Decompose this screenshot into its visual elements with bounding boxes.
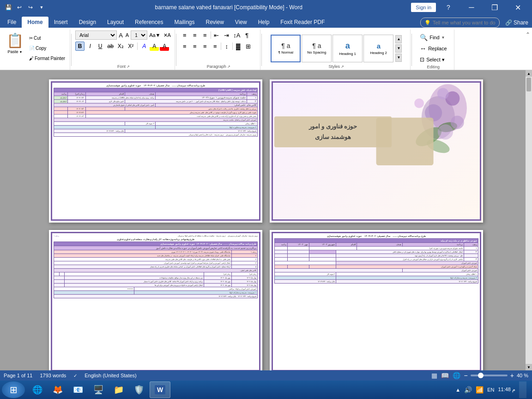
sort-button[interactable]: ↕A (232, 30, 242, 40)
taskbar-app-browser1[interactable]: 🌐 (28, 381, 47, 398)
styles-scroll-up[interactable]: ▲ (395, 35, 402, 43)
font-size-select[interactable]: 11 (131, 30, 147, 40)
close-button[interactable]: ✕ (507, 0, 528, 15)
paste-button[interactable]: 📋 (3, 31, 27, 49)
taskbar-app-security[interactable]: 🛡️ (129, 381, 149, 398)
superscript-button[interactable]: X² (126, 42, 135, 51)
font-expand-icon[interactable]: ↗ (127, 65, 130, 69)
ribbon-collapse-button[interactable]: ⌃ (524, 30, 532, 70)
shading-button[interactable]: ▓ (234, 42, 243, 51)
style-no-spacing[interactable]: ¶ a No Spacing (302, 35, 332, 62)
tab-references[interactable]: References (129, 17, 169, 28)
scroll-thumb[interactable] (526, 78, 531, 91)
read-mode-button[interactable]: 📖 (441, 372, 449, 379)
scroll-track[interactable] (526, 77, 532, 364)
style-heading2[interactable]: a Heading 2 (363, 35, 393, 62)
tab-foxit[interactable]: Foxit Reader PDF (275, 17, 330, 28)
tray-network-icon[interactable]: 🔊 (464, 386, 472, 393)
strikethrough-button[interactable]: ab (106, 42, 115, 51)
line-spacing-button[interactable]: ↕ (222, 42, 231, 51)
increase-indent-button[interactable]: ⇥ (222, 30, 231, 40)
web-layout-button[interactable]: 🌐 (453, 372, 460, 379)
taskbar-app-firefox[interactable]: 🦊 (48, 381, 67, 398)
taskbar-app-computer[interactable]: 🖥️ (89, 381, 108, 398)
scroll-down-arrow[interactable]: ▼ (526, 364, 532, 370)
tell-me-input[interactable]: 💡 Tell me what you want to do (420, 18, 500, 28)
taskbar-app-files[interactable]: 📁 (109, 381, 128, 398)
styles-expand-icon2[interactable]: ↗ (341, 65, 344, 69)
clear-formatting-icon[interactable]: ✕A (163, 32, 172, 38)
paragraph-expand-icon[interactable]: ↗ (227, 65, 230, 69)
italic-button[interactable]: I (85, 42, 95, 51)
window-help-icon[interactable]: ? (438, 0, 459, 15)
zoom-in-button[interactable]: + (510, 372, 514, 379)
tab-view[interactable]: View (230, 17, 253, 28)
zoom-thumb[interactable] (478, 373, 484, 378)
show-desktop-button[interactable] (519, 381, 526, 398)
undo-icon[interactable]: ↩ (15, 3, 24, 12)
styles-expand-icon[interactable]: ▼ (395, 54, 402, 62)
style-normal[interactable]: ¶ a ¶ Normal (271, 35, 301, 62)
borders-button[interactable]: ⊞ (244, 42, 253, 51)
print-layout-view-button[interactable]: ▦ (431, 372, 437, 379)
tab-design[interactable]: Design (73, 17, 102, 28)
underline-button[interactable]: U (96, 42, 105, 51)
clock-display[interactable]: 11:48 م (498, 386, 515, 393)
tab-layout[interactable]: Layout (102, 17, 129, 28)
decrease-indent-button[interactable]: ⇤ (212, 30, 221, 40)
tab-review[interactable]: Review (200, 17, 229, 28)
tab-mailings[interactable]: Mailings (169, 17, 200, 28)
redo-icon[interactable]: ↪ (26, 3, 35, 12)
zoom-slider[interactable] (471, 375, 508, 376)
subscript-button[interactable]: X₂ (116, 42, 125, 51)
font-name-select[interactable]: Arial (75, 30, 117, 40)
share-button[interactable]: 🔗 Share (505, 19, 528, 26)
page-indicator[interactable]: Page 1 of 11 (4, 373, 32, 378)
tab-home[interactable]: Home (22, 17, 48, 28)
language-indicator-tray[interactable]: EN (487, 387, 494, 393)
paste-label[interactable]: Paste ▼ (8, 49, 23, 54)
format-painter-button[interactable]: 🖌 Format Painter (27, 54, 67, 63)
save-icon[interactable]: 💾 (4, 3, 13, 12)
start-button[interactable]: ⊞ (2, 381, 25, 398)
tab-file[interactable]: File (2, 17, 22, 28)
align-center-button[interactable]: ≡ (190, 42, 200, 51)
multilevel-button[interactable]: ≡ (200, 30, 210, 40)
zoom-out-button[interactable]: − (464, 372, 468, 379)
bold-button[interactable]: B (75, 42, 85, 51)
select-button[interactable]: ⊡ Select ▾ (417, 54, 449, 65)
tray-sound-icon[interactable]: 📶 (476, 386, 484, 393)
scrollbar-vertical[interactable]: ▲ ▼ (526, 70, 532, 370)
cut-button[interactable]: ✂ Cut (27, 33, 67, 42)
justify-button[interactable]: ≡ (211, 42, 220, 51)
align-right-button[interactable]: ≡ (200, 42, 210, 51)
font-size-grow-icon[interactable]: A (118, 32, 124, 39)
style-heading1[interactable]: a Heading 1 (332, 35, 363, 62)
styles-scroll-down[interactable]: ▼ (395, 44, 402, 53)
font-size-shrink-icon[interactable]: A (125, 32, 130, 38)
language-indicator[interactable]: English (United States) (85, 373, 137, 378)
text-effects-button[interactable]: A (139, 42, 149, 51)
taskbar-app-word[interactable]: W (150, 381, 170, 398)
align-left-button[interactable]: ≡ (180, 42, 189, 51)
change-case-icon[interactable]: Aa▼ (148, 32, 161, 38)
scroll-up-arrow[interactable]: ▲ (526, 70, 532, 77)
highlight-button[interactable]: A (150, 42, 159, 51)
restore-button[interactable]: ❐ (484, 0, 505, 15)
proofing-icon[interactable]: ✓ (73, 373, 77, 378)
tab-insert[interactable]: Insert (48, 17, 73, 28)
show-marks-button[interactable]: ¶ (242, 30, 252, 40)
sign-in-button[interactable]: Sign in (411, 3, 436, 12)
bullets-button[interactable]: ≡ (180, 30, 189, 40)
copy-button[interactable]: 📄 Copy (27, 43, 67, 53)
minimize-button[interactable]: ─ (461, 0, 482, 15)
font-color-button[interactable]: A (160, 42, 169, 51)
numbering-button[interactable]: ≡ (190, 30, 200, 40)
replace-button[interactable]: ↔ Replace (417, 43, 449, 54)
find-button[interactable]: 🔍 Find ▼ (417, 32, 449, 42)
taskbar-app-email[interactable]: 📧 (68, 381, 88, 398)
customize-quick-access-icon[interactable]: ▼ (37, 3, 46, 12)
tab-help[interactable]: Help (253, 17, 275, 28)
tray-arrow-icon[interactable]: ▲ (455, 387, 460, 393)
word-count[interactable]: 1793 words (40, 373, 66, 378)
